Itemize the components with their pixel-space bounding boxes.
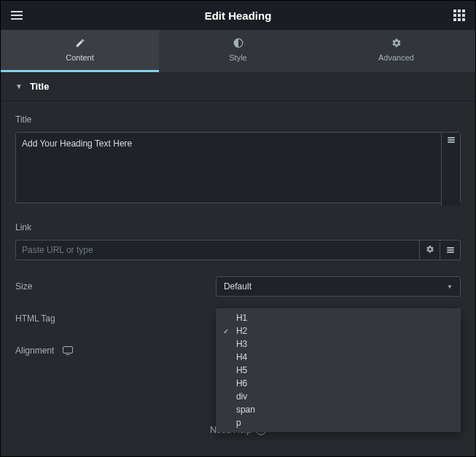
panel-title: Edit Heading <box>23 9 453 22</box>
contrast-icon <box>233 38 243 50</box>
htmltag-option-h2[interactable]: ✓H2 <box>216 324 461 337</box>
title-field-label: Title <box>15 114 461 125</box>
responsive-icon[interactable] <box>63 346 73 354</box>
link-field-label: Link <box>15 222 461 233</box>
tabs: Content Style Advanced <box>1 30 475 72</box>
alignment-field-label: Alignment <box>15 345 216 356</box>
title-textarea[interactable] <box>15 132 461 203</box>
tab-label: Content <box>66 53 94 62</box>
size-selected-value: Default <box>224 281 251 292</box>
title-textarea-wrap <box>15 132 461 206</box>
tab-label: Advanced <box>378 53 414 62</box>
editor-panel: Edit Heading Content Style Advanced <box>0 0 476 457</box>
htmltag-option-div[interactable]: div <box>216 390 461 403</box>
database-icon <box>448 137 455 143</box>
check-icon: ✓ <box>223 327 229 335</box>
htmltag-option-h4[interactable]: H4 <box>216 351 461 364</box>
link-dynamic-button[interactable] <box>440 240 461 260</box>
htmltag-option-h6[interactable]: H6 <box>216 377 461 390</box>
gear-icon <box>426 245 434 256</box>
dynamic-tags-button[interactable] <box>441 133 460 206</box>
htmltag-option-h3[interactable]: H3 <box>216 337 461 351</box>
tab-label: Style <box>229 53 246 62</box>
size-select[interactable]: Default ▼ <box>216 276 461 297</box>
htmltag-option-span[interactable]: span <box>216 403 461 416</box>
tab-advanced[interactable]: Advanced <box>317 30 475 72</box>
htmltag-field-label: HTML Tag <box>15 313 216 324</box>
apps-grid-icon[interactable] <box>453 9 465 21</box>
tab-content[interactable]: Content <box>1 30 159 72</box>
size-field: Size Default ▼ <box>15 276 461 297</box>
chevron-down-icon: ▼ <box>447 284 453 290</box>
htmltag-option-h5[interactable]: H5 <box>216 364 461 377</box>
size-field-label: Size <box>15 281 216 292</box>
pencil-icon <box>75 38 85 50</box>
tab-style[interactable]: Style <box>159 30 317 72</box>
gear-icon <box>391 38 402 50</box>
htmltag-field: HTML Tag H1✓H2H3H4H5H6divspanp <box>15 308 461 329</box>
section-title: Title <box>30 81 50 92</box>
section-body: Title Link <box>1 101 475 361</box>
link-input[interactable] <box>15 240 420 260</box>
database-icon <box>447 247 454 253</box>
topbar: Edit Heading <box>1 1 475 30</box>
section-header-title[interactable]: ▼ Title <box>1 72 475 101</box>
htmltag-dropdown: H1✓H2H3H4H5H6divspanp <box>216 308 461 432</box>
htmltag-option-h1[interactable]: H1 <box>216 311 461 324</box>
link-options-button[interactable] <box>420 240 440 260</box>
htmltag-option-p[interactable]: p <box>216 416 461 429</box>
menu-icon[interactable] <box>11 11 23 20</box>
link-field: Link <box>15 222 461 260</box>
caret-down-icon: ▼ <box>15 82 23 90</box>
